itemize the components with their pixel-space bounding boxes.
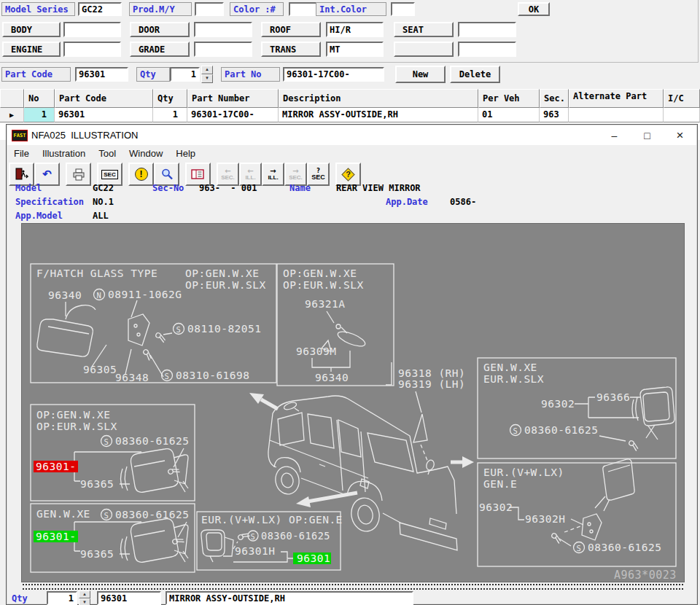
col-ic: I/C bbox=[664, 89, 700, 108]
grade-button[interactable]: GRADE bbox=[130, 42, 190, 57]
part-label-96309M[interactable]: 96309M bbox=[296, 346, 336, 357]
model-series-input[interactable] bbox=[78, 2, 122, 16]
part-label-96365-b5[interactable]: 96365 bbox=[80, 478, 114, 490]
cell-sec[interactable]: 963 bbox=[540, 108, 569, 122]
part-entry-row: Part Code Qty ▲▼ Part No New Delete bbox=[0, 64, 700, 87]
part-label-96365-b6[interactable]: 96365 bbox=[80, 548, 114, 560]
part-label-96305[interactable]: 96305 bbox=[83, 364, 117, 375]
part-label-96340[interactable]: 96340 bbox=[48, 289, 82, 301]
circled-n-icon: N bbox=[97, 291, 102, 300]
circled-s-icon: S bbox=[104, 511, 109, 520]
part-label-96319-LH[interactable]: 96319 (LH) bbox=[398, 378, 465, 390]
grade-input[interactable] bbox=[194, 42, 252, 57]
box3-t2: EUR.W.SLX bbox=[483, 373, 544, 385]
blank-button[interactable] bbox=[394, 42, 454, 57]
ok-button[interactable]: OK bbox=[518, 2, 550, 16]
part-label-08360-61625-b3[interactable]: 08360-61625 bbox=[524, 424, 599, 436]
new-button[interactable]: New bbox=[395, 66, 446, 83]
part-no-label: Part No bbox=[221, 67, 280, 82]
part-label-96321A[interactable]: 96321A bbox=[305, 298, 345, 310]
part-label-08360-61625-b7[interactable]: 08360-61625 bbox=[261, 530, 330, 542]
cell-part-number[interactable]: 96301-17C00- bbox=[187, 108, 279, 122]
title-bar[interactable]: FAST NFA025 ILLUSTRATION – □ × bbox=[7, 125, 696, 145]
model-label: Model bbox=[15, 183, 42, 193]
part-label-96318-RH[interactable]: 96318 (RH) bbox=[398, 367, 465, 379]
footer-part-code-input[interactable] bbox=[97, 591, 161, 605]
part-label-96301H[interactable]: 96301H bbox=[235, 545, 275, 557]
trans-button[interactable]: TRANS bbox=[261, 42, 321, 57]
part-label-08310-61698[interactable]: 08310-61698 bbox=[176, 370, 250, 381]
part-label-08360-61625-b4[interactable]: 08360-61625 bbox=[588, 542, 662, 553]
cell-part-code[interactable]: 96301 bbox=[55, 108, 153, 122]
int-color-input[interactable] bbox=[391, 2, 415, 16]
door-input[interactable] bbox=[194, 22, 252, 37]
box-f-hatch-glass: F/HATCH GLASS TYPE OP:GEN.W.XE OP:EUR.W.… bbox=[36, 268, 266, 383]
part-label-96302-b4[interactable]: 96302 bbox=[479, 501, 513, 513]
footer-qty-spinner[interactable]: ▲▼ bbox=[79, 590, 90, 605]
qty-label: Qty bbox=[136, 67, 170, 82]
spin-down-icon[interactable]: ▼ bbox=[201, 74, 213, 83]
part-label-08360-61625-b6[interactable]: 08360-61625 bbox=[115, 509, 190, 520]
door-button[interactable]: DOOR bbox=[130, 22, 190, 37]
delete-button[interactable]: Delete bbox=[450, 66, 500, 83]
engine-input[interactable] bbox=[63, 42, 121, 57]
cell-per-veh[interactable]: 01 bbox=[478, 108, 540, 122]
illustration-window: FAST NFA025 ILLUSTRATION – □ × File Illu… bbox=[6, 124, 698, 605]
footer-qty-input[interactable] bbox=[47, 591, 77, 605]
part-label-96301-green-b7[interactable]: 96301 bbox=[297, 553, 330, 564]
roof-input[interactable] bbox=[326, 22, 384, 37]
menu-window[interactable]: Window bbox=[122, 148, 169, 159]
name-value: REAR VIEW MIRROR bbox=[336, 183, 421, 193]
menu-tool[interactable]: Tool bbox=[92, 148, 122, 159]
minimize-button[interactable]: – bbox=[598, 126, 631, 145]
part-no-input[interactable] bbox=[283, 67, 384, 82]
part-label-96301-green[interactable]: 96301- bbox=[36, 531, 76, 542]
footer-description-input[interactable] bbox=[166, 591, 413, 605]
circled-s-icon: S bbox=[104, 437, 109, 446]
seat-button[interactable]: SEAT bbox=[394, 22, 454, 37]
trans-input[interactable] bbox=[326, 42, 384, 57]
cell-ic[interactable] bbox=[664, 108, 700, 122]
color-input[interactable] bbox=[289, 2, 319, 16]
cell-alternate[interactable] bbox=[569, 108, 664, 122]
prod-my-label: Prod.M/Y bbox=[129, 2, 192, 16]
seat-input[interactable] bbox=[458, 22, 516, 37]
col-qty: Qty bbox=[153, 89, 187, 108]
menu-file[interactable]: File bbox=[7, 148, 36, 159]
horizontal-scrollbar[interactable] bbox=[23, 584, 683, 590]
part-label-08110-82051[interactable]: 08110-82051 bbox=[187, 323, 262, 335]
spin-up-icon[interactable]: ▲ bbox=[79, 590, 90, 598]
part-label-96302H[interactable]: 96302H bbox=[525, 513, 565, 525]
spin-up-icon[interactable]: ▲ bbox=[201, 66, 213, 74]
part-label-08911-1062G[interactable]: 08911-1062G bbox=[108, 289, 182, 300]
cell-no[interactable]: 1 bbox=[24, 108, 55, 122]
cell-qty[interactable]: 1 bbox=[153, 108, 187, 122]
close-button[interactable]: × bbox=[664, 126, 696, 145]
part-code-input[interactable] bbox=[75, 67, 128, 82]
maximize-button[interactable]: □ bbox=[631, 126, 664, 145]
spin-down-icon[interactable]: ▼ bbox=[79, 598, 90, 605]
specification-label: Specification bbox=[15, 197, 84, 207]
roof-button[interactable]: ROOF bbox=[261, 22, 321, 37]
engine-button[interactable]: ENGINE bbox=[2, 42, 61, 57]
menu-illustration[interactable]: Illustration bbox=[36, 148, 92, 159]
part-label-96348[interactable]: 96348 bbox=[115, 372, 149, 383]
arrow-left-icon: ← bbox=[225, 168, 230, 174]
menu-help[interactable]: Help bbox=[169, 148, 202, 159]
prod-my-input[interactable] bbox=[195, 2, 224, 16]
body-button[interactable]: BODY bbox=[2, 22, 61, 37]
qty-spinner[interactable]: ▲▼ bbox=[201, 66, 213, 83]
box2-op1: OP:GEN.W.XE bbox=[283, 268, 357, 279]
col-part-code: Part Code bbox=[55, 89, 153, 108]
qty-input[interactable] bbox=[170, 67, 200, 82]
blank-input[interactable] bbox=[458, 42, 516, 57]
part-label-96340-b2[interactable]: 96340 bbox=[315, 372, 349, 383]
part-label-96301-red[interactable]: 96301- bbox=[36, 461, 76, 472]
circled-s-icon: S bbox=[165, 372, 170, 380]
part-label-96366[interactable]: 96366 bbox=[596, 391, 630, 403]
part-label-96302-b3[interactable]: 96302 bbox=[541, 398, 575, 410]
cell-description[interactable]: MIRROR ASSY-OUTSIDE,RH bbox=[279, 108, 478, 122]
part-label-08360-61625-b5[interactable]: 08360-61625 bbox=[115, 435, 190, 447]
print-icon bbox=[72, 168, 85, 181]
body-input[interactable] bbox=[63, 22, 121, 37]
